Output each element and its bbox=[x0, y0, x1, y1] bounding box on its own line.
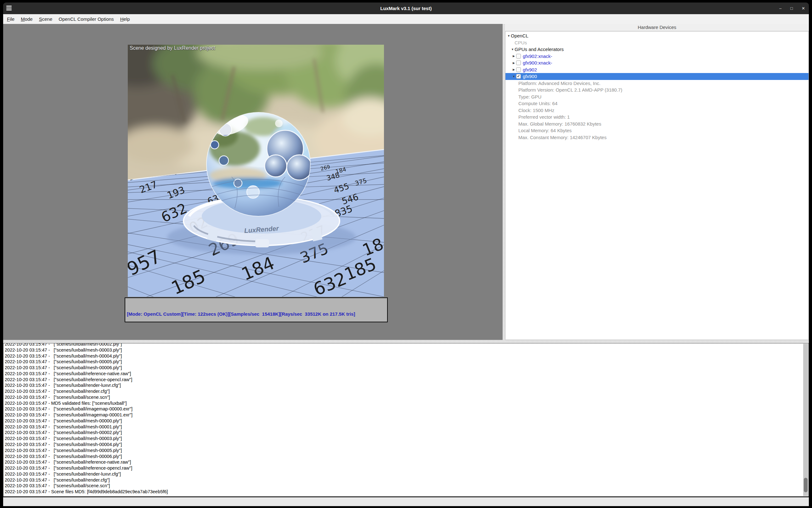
tree-expand-icon[interactable]: ▶ bbox=[512, 68, 516, 71]
log-line: 2022-10-20 03:15:47 - ["scenes/luxball/m… bbox=[5, 441, 809, 448]
window-controls: – □ ✕ bbox=[779, 2, 805, 14]
device-tree-row[interactable]: Type: GPU bbox=[506, 93, 809, 100]
log-line: 2022-10-20 03:15:47 - ["scenes/luxball/r… bbox=[5, 477, 809, 483]
log-line: 2022-10-20 03:15:47 - ["scenes/luxball/m… bbox=[5, 347, 809, 353]
tree-row-label: GPUs and Accelerators bbox=[515, 47, 564, 52]
tree-row-label: Max. Constant Memory: 14246707 Kbytes bbox=[518, 135, 606, 140]
log-line: 2022-10-20 03:15:47 - ["scenes/luxball/m… bbox=[5, 424, 809, 430]
tree-row-label: Preferred vector width: 1 bbox=[518, 114, 570, 120]
log-line: 2022-10-20 03:15:47 - ["scenes/luxball/m… bbox=[5, 353, 809, 359]
hardware-devices-panel: Hardware Devices ▼ OpenCL CPUs ▼ GPUs an… bbox=[505, 24, 809, 340]
log-line: 2022-10-20 03:15:47 - ["scenes/luxball/r… bbox=[5, 371, 809, 377]
tree-expand-icon[interactable]: ▼ bbox=[511, 48, 515, 51]
log-line: 2022-10-20 03:15:47 - ["scenes/luxball/m… bbox=[5, 418, 809, 424]
app-window: LuxMark v3.1 (sur test) – □ ✕ FileModeSc… bbox=[3, 2, 809, 506]
menubar: FileModeSceneOpenCL Compiler OptionsHelp bbox=[3, 14, 809, 24]
device-checkbox[interactable] bbox=[516, 67, 521, 72]
status-bar: [Mode: OpenCL Custom][Time: 122secs (OK)… bbox=[3, 497, 809, 506]
device-tree-row[interactable]: Platform Version: OpenCL 2.1 AMD-APP (31… bbox=[506, 87, 809, 93]
log-line: 2022-10-20 03:15:47 - ["scenes/luxball/m… bbox=[5, 436, 809, 441]
device-tree-row[interactable]: ▶ gfx900:xnack- bbox=[506, 59, 809, 67]
tree-row-label: Platform Version: OpenCL 2.1 AMD-APP (31… bbox=[518, 87, 622, 92]
log-line: 2022-10-20 03:15:47 - ["scenes/luxball/s… bbox=[5, 483, 809, 489]
menu-item[interactable]: File bbox=[4, 14, 17, 24]
tree-row-label: Compute Units: 64 bbox=[518, 101, 557, 106]
log-line: 2022-10-20 03:15:47 - ["scenes/luxball/i… bbox=[5, 412, 809, 418]
maximize-button[interactable]: □ bbox=[790, 6, 793, 10]
log-line: 2022-10-20 03:15:47 - ["scenes/luxball/m… bbox=[5, 365, 809, 371]
log-line: 2022-10-20 03:15:47 - ["scenes/luxball/i… bbox=[5, 406, 809, 412]
hardware-devices-header: Hardware Devices bbox=[505, 24, 809, 31]
device-tree-row[interactable]: CPUs bbox=[506, 39, 809, 46]
close-button[interactable]: ✕ bbox=[802, 6, 805, 10]
tree-expand-icon[interactable]: ▶ bbox=[512, 61, 516, 65]
log-line: 2022-10-20 03:15:47 - MD5 validated file… bbox=[5, 400, 809, 406]
log-line: 2022-10-20 03:15:47 - ["scenes/luxball/r… bbox=[5, 471, 809, 477]
device-tree: ▼ OpenCL CPUs ▼ GPUs and Accelerators ▶ bbox=[505, 31, 809, 340]
tree-row-label: Max. Global Memory: 16760832 Kbytes bbox=[518, 121, 601, 127]
splitter-vertical[interactable] bbox=[503, 24, 505, 340]
titlebar: LuxMark v3.1 (sur test) – □ ✕ bbox=[3, 2, 809, 14]
device-checkbox[interactable]: ✓ bbox=[516, 74, 521, 79]
tree-row-label: Local Memory: 64 Kbytes bbox=[518, 128, 571, 133]
log-line: 2022-10-20 03:15:47 - ["scenes/luxball/m… bbox=[5, 359, 809, 365]
device-checkbox[interactable] bbox=[516, 60, 521, 65]
log-scrollbar[interactable] bbox=[803, 344, 808, 496]
log-line: 2022-10-20 03:15:47 - ["scenes/luxball/r… bbox=[5, 465, 809, 471]
log-line: 2022-10-20 03:15:47 - ["scenes/luxball/m… bbox=[5, 448, 809, 454]
tree-row-label: CPUs bbox=[515, 40, 527, 45]
render-preview: 957 185 632 027 269 184 632 375 217 185 … bbox=[128, 45, 384, 297]
log-line: 2022-10-20 03:15:47 - ["scenes/luxball/r… bbox=[5, 388, 809, 394]
tree-row-label: Platform: Advanced Micro Devices, Inc. bbox=[518, 81, 600, 86]
menu-item[interactable]: OpenCL Compiler Options bbox=[55, 14, 117, 24]
scene-credit-text: Scene designed by LuxRender project bbox=[130, 45, 215, 51]
tree-row-label: Type: GPU bbox=[518, 94, 541, 99]
log-line: 2022-10-20 03:15:47 - ["scenes/luxball/m… bbox=[5, 343, 809, 347]
device-tree-row[interactable]: Clock: 1500 MHz bbox=[506, 107, 809, 114]
tree-row-label: gfx900:xnack- bbox=[523, 60, 552, 66]
main-content: 957 185 632 027 269 184 632 375 217 185 … bbox=[3, 24, 809, 340]
log-line: 2022-10-20 03:15:47 - ["scenes/luxball/m… bbox=[5, 430, 809, 436]
tree-row-label: gfx900 bbox=[523, 74, 537, 79]
tree-row-label: OpenCL bbox=[511, 33, 528, 38]
tree-row-label: gfx902 bbox=[523, 67, 537, 72]
device-tree-row[interactable]: ▶ gfx902 bbox=[506, 67, 809, 73]
log-line: 2022-10-20 03:15:47 - ["scenes/luxball/r… bbox=[5, 377, 809, 383]
device-tree-row[interactable]: ▼ ✓ gfx900 bbox=[506, 73, 809, 80]
device-tree-row[interactable]: Preferred vector width: 1 bbox=[506, 114, 809, 121]
device-tree-row[interactable]: Max. Global Memory: 16760832 Kbytes bbox=[506, 121, 809, 127]
log-line: 2022-10-20 03:15:47 - ["scenes/luxball/r… bbox=[5, 382, 809, 388]
log-line: 2022-10-20 03:15:47 - ["scenes/luxball/m… bbox=[5, 454, 809, 460]
tree-row-label: Clock: 1500 MHz bbox=[518, 108, 554, 113]
log-line: 2022-10-20 03:15:47 - ["scenes/luxball/r… bbox=[5, 459, 809, 465]
menu-item[interactable]: Scene bbox=[36, 14, 56, 24]
log-lines: 2022-10-20 03:15:47 - ["scenes/luxball/m… bbox=[3, 343, 809, 495]
device-tree-row[interactable]: ▶ gfx902:xnack- bbox=[506, 53, 809, 60]
render-stats-overlay: [Mode: OpenCL Custom][Time: 122secs (OK)… bbox=[125, 297, 388, 322]
device-tree-row[interactable]: Local Memory: 64 Kbytes bbox=[506, 127, 809, 134]
tree-row-label: gfx902:xnack- bbox=[523, 53, 552, 59]
splitter-horizontal[interactable] bbox=[3, 340, 809, 343]
device-tree-row[interactable]: ▼ GPUs and Accelerators bbox=[506, 46, 809, 53]
device-tree-row[interactable]: Max. Constant Memory: 14246707 Kbytes bbox=[506, 134, 809, 141]
device-tree-row[interactable]: ▼ OpenCL bbox=[506, 32, 809, 39]
device-tree-row[interactable]: Platform: Advanced Micro Devices, Inc. bbox=[506, 80, 809, 87]
menu-item[interactable]: Help bbox=[117, 14, 133, 24]
device-tree-row[interactable]: Compute Units: 64 bbox=[506, 100, 809, 107]
device-checkbox[interactable] bbox=[516, 54, 521, 58]
log-scrollbar-thumb[interactable] bbox=[804, 478, 808, 492]
tree-expand-icon[interactable]: ▼ bbox=[507, 34, 511, 37]
tree-expand-icon[interactable]: ▼ bbox=[512, 75, 516, 78]
window-title: LuxMark v3.1 (sur test) bbox=[3, 2, 809, 14]
render-panel: 957 185 632 027 269 184 632 375 217 185 … bbox=[3, 24, 503, 340]
log-line: 2022-10-20 03:15:47 - ["scenes/luxball/s… bbox=[5, 394, 809, 400]
log-console: 2022-10-20 03:15:47 - ["scenes/luxball/m… bbox=[3, 343, 809, 497]
luxball-render-image: 957 185 632 027 269 184 632 375 217 185 … bbox=[128, 45, 384, 297]
overlay-mode-line: [Mode: OpenCL Custom][Time: 122secs (OK)… bbox=[127, 311, 386, 317]
menu-item[interactable]: Mode bbox=[17, 14, 36, 24]
log-line: 2022-10-20 03:15:47 - Scene files MD5: [… bbox=[5, 489, 809, 495]
tree-expand-icon[interactable]: ▶ bbox=[512, 54, 516, 57]
minimize-button[interactable]: – bbox=[779, 6, 781, 10]
